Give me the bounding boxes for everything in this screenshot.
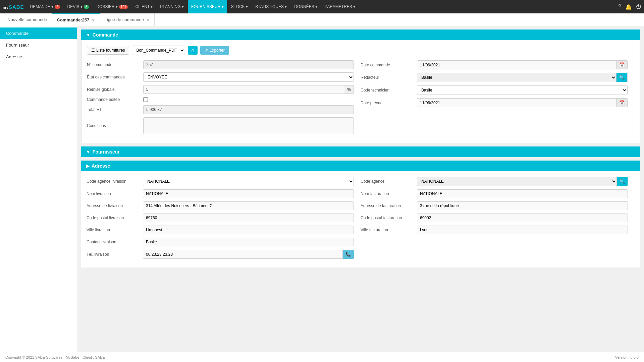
export-button[interactable]: ↗ Exporter (200, 46, 229, 55)
demande-badge: 2 (55, 5, 60, 9)
select-code-agence-livraison[interactable]: NATIONALE (143, 177, 354, 186)
liste-fournitures-button[interactable]: ☰ Liste fournitures (87, 46, 129, 55)
select-redacteur[interactable]: Basile (417, 73, 616, 82)
form-row-cp-livraison: Code postal livraison (87, 214, 354, 222)
input-cp-facturation[interactable] (417, 214, 628, 222)
search-icon-redacteur[interactable]: 🔍 (616, 73, 628, 82)
commande-left-col: N° commande État des commandes ENVOYEE E… (87, 60, 361, 137)
form-row-ville-livraison: Ville livraison (87, 226, 354, 234)
form-row-remise: Remise globale % (87, 85, 354, 94)
adresse-section-title: Adresse (92, 163, 110, 169)
input-ville-facturation[interactable] (417, 226, 628, 234)
nav-statistiques[interactable]: STATISTIQUES ▾ (252, 0, 290, 13)
bell-icon[interactable]: 🔔 (625, 4, 632, 10)
print-button[interactable]: ⎙ (188, 46, 198, 55)
input-numero[interactable] (143, 60, 354, 69)
tab-ligne-commande[interactable]: Ligne de commande × (100, 13, 155, 26)
nav-demande[interactable]: DEMANDE ▾ 2 (27, 0, 63, 13)
form-row-redacteur: Rédacteur Basile 🔍 (361, 73, 628, 82)
input-date-prevue[interactable] (417, 98, 616, 107)
form-row-conditions: Conditions (87, 117, 354, 134)
input-total[interactable] (143, 105, 354, 114)
main-content: ▼ Commande ☰ Liste fournitures Bon_Comma… (77, 26, 644, 352)
adresse-left-col: Code agence livraison NATIONALE Nom livr… (87, 177, 361, 262)
label-date-prevue: Date prévue (361, 101, 414, 105)
adresse-section: ▶ Adresse Code agence livraison NATIONAL… (81, 161, 640, 267)
date-prevue-group: 📅 (417, 98, 628, 107)
form-row-adresse-facturation: Adresse de facturation (361, 201, 628, 210)
fournisseur-section: ▼ Fournisseur (81, 146, 640, 157)
print-icon: ⎙ (192, 48, 194, 53)
sidebar-item-fournisseur[interactable]: Fournisseur (0, 39, 77, 51)
form-row-code-agence: Code agence NATIONALE 🔍 (361, 177, 628, 186)
help-icon[interactable]: ? (618, 4, 621, 10)
nav-donnees[interactable]: DONNÉES ▾ (291, 0, 321, 13)
label-editee: Commande éditée (87, 97, 141, 102)
sidebar-item-adresse[interactable]: Adresse (0, 51, 77, 63)
remise-input-group: % (143, 85, 354, 94)
calendar-icon-commande[interactable]: 📅 (616, 60, 628, 69)
calendar-icon-prevue[interactable]: 📅 (616, 98, 628, 107)
input-nom-facturation[interactable] (417, 189, 628, 198)
list-icon: ☰ (91, 48, 95, 53)
nav-icons: ? 🔔 ⏻ (618, 4, 641, 10)
input-cp-livraison[interactable] (143, 214, 354, 222)
tab-close-ligne[interactable]: × (147, 17, 149, 22)
version-text: Version : 8.0.6 (615, 355, 639, 359)
nav-parametres[interactable]: PARAMÈTRES ▾ (321, 0, 359, 13)
pdf-format-select[interactable]: Bon_Commande_PDF Bon_Commande_XLS (132, 46, 185, 55)
input-tel-livraison[interactable] (143, 250, 343, 259)
logo: mySABE (3, 4, 24, 10)
power-icon[interactable]: ⏻ (636, 4, 641, 10)
label-code-agence: Code agence (361, 179, 414, 184)
tab-nouvelle-commande[interactable]: Nouvelle commande (3, 13, 52, 26)
form-row-numero: N° commande (87, 60, 354, 69)
input-nom-livraison[interactable] (143, 189, 354, 198)
nav-planning[interactable]: PLANNING ▾ (157, 0, 187, 13)
tab-commande-257[interactable]: Commande:257 × (52, 13, 100, 26)
input-adresse-facturation[interactable] (417, 201, 628, 210)
commande-section-header[interactable]: ▼ Commande (81, 29, 640, 40)
nav-client[interactable]: CLIENT ▾ (132, 0, 156, 13)
label-cp-facturation: Code postal facturation (361, 216, 414, 220)
adresse-body: Code agence livraison NATIONALE Nom livr… (81, 171, 640, 267)
input-adresse-livraison[interactable] (143, 201, 354, 210)
input-ville-livraison[interactable] (143, 226, 354, 234)
tab-close-commande[interactable]: × (92, 17, 95, 23)
search-icon-agence[interactable]: 🔍 (617, 177, 628, 186)
nav-stock[interactable]: STOCK ▾ (228, 0, 251, 13)
form-row-code-agence-livraison: Code agence livraison NATIONALE (87, 177, 354, 186)
input-contact-livraison[interactable] (143, 238, 354, 246)
form-row-date-prevue: Date prévue 📅 (361, 98, 628, 107)
label-ville-facturation: Ville facturation (361, 228, 414, 232)
label-cp-livraison: Code postal livraison (87, 216, 140, 220)
export-icon: ↗ (205, 48, 208, 53)
select-technicien[interactable]: Basile (417, 86, 627, 95)
form-row-editee: Commande éditée (87, 97, 354, 102)
form-row-tel-livraison: Tél. livraison 📞 (87, 250, 354, 259)
input-date-commande[interactable] (417, 60, 616, 69)
phone-icon[interactable]: 📞 (343, 250, 354, 259)
page-layout: Commande Fournisseur Adresse ▼ Commande … (0, 26, 644, 352)
footer: Copyright © 2021 SABE Softwares - MySabe… (0, 352, 644, 362)
textarea-conditions[interactable] (143, 117, 354, 134)
nav-dossier[interactable]: DOSSIER ▾ 101 (93, 0, 131, 13)
chevron-down-icon: ▼ (86, 32, 91, 38)
input-remise[interactable] (143, 85, 345, 94)
form-row-contact-livraison: Contact livraison (87, 238, 354, 246)
fournisseur-section-header[interactable]: ▼ Fournisseur (81, 146, 640, 157)
fournisseur-section-title: Fournisseur (93, 149, 120, 155)
label-technicien: Code technicien (361, 88, 414, 93)
adresse-section-header[interactable]: ▶ Adresse (81, 161, 640, 171)
form-row-ville-facturation: Ville facturation (361, 226, 628, 234)
sidebar-item-commande[interactable]: Commande (0, 27, 77, 39)
dossier-badge: 101 (119, 5, 128, 9)
commande-toolbar: ☰ Liste fournitures Bon_Commande_PDF Bon… (87, 46, 634, 55)
checkbox-editee[interactable] (143, 97, 148, 102)
label-adresse-facturation: Adresse de facturation (361, 203, 414, 208)
select-etat[interactable]: ENVOYEE EN COURS TERMINEE (144, 73, 354, 81)
nav-devis[interactable]: DEVIS ▾ 3 (64, 0, 93, 13)
nav-fournisseur[interactable]: FOURNISSEUR ▾ (188, 0, 227, 13)
select-code-agence[interactable]: NATIONALE (417, 177, 617, 186)
label-numero: N° commande (87, 62, 141, 67)
